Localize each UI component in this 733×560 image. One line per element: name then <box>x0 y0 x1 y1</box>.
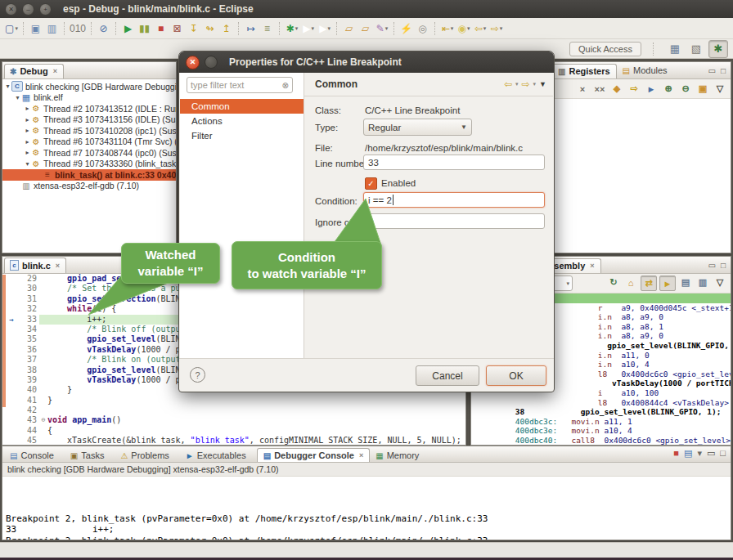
separator[interactable] <box>434 22 436 35</box>
dialog-section-item[interactable]: Filter <box>180 128 304 143</box>
new-icon[interactable]: ▢▾ <box>4 20 19 37</box>
maximize-icon[interactable]: □ <box>721 261 726 270</box>
fold-marker-icon[interactable] <box>39 345 47 355</box>
separator[interactable] <box>91 22 92 35</box>
separator[interactable] <box>115 22 117 35</box>
instruction-pointer-icon[interactable] <box>6 294 17 304</box>
type-combo[interactable]: Regular ▼ <box>363 119 472 136</box>
separator[interactable] <box>336 22 338 35</box>
follow-pc-icon[interactable]: ► <box>659 276 676 291</box>
window-close-button[interactable]: ✕ <box>5 3 17 16</box>
resume-icon[interactable]: ▶ <box>121 20 136 37</box>
window-maximize-button[interactable]: + <box>39 3 52 16</box>
tab-blink-c[interactable]: c blink.c × <box>4 258 66 273</box>
sync-icon[interactable]: ⇄ <box>641 276 657 291</box>
instruction-pointer-icon[interactable] <box>6 396 17 405</box>
dialog-section-item[interactable]: Actions <box>180 114 304 128</box>
fold-marker-icon[interactable] <box>39 355 47 365</box>
pencil-icon[interactable]: ✎▾ <box>375 20 389 37</box>
enabled-checkbox[interactable]: ✓ <box>365 177 377 190</box>
code-line[interactable]: 41 } <box>6 396 465 405</box>
fold-marker-icon[interactable] <box>39 396 47 405</box>
tab-close-icon[interactable]: × <box>590 262 594 270</box>
open-folder-icon[interactable]: ▱ <box>342 20 357 37</box>
open-project-icon[interactable]: ▱ <box>358 20 373 37</box>
instruction-pointer-icon[interactable] <box>6 345 17 355</box>
debug-tree-row[interactable]: ▸ ⚙ Thread #3 1073413156 (IDLE) (Suspend… <box>2 114 176 126</box>
instruction-pointer-icon[interactable] <box>6 426 17 436</box>
tree-expander-icon[interactable]: ▸ <box>24 116 31 123</box>
next-difference-icon[interactable]: ⇨ <box>627 82 641 96</box>
debug-tree-row[interactable]: ▾ ▦ blink.elf <box>2 92 176 104</box>
condition-input[interactable]: i == 2 <box>363 192 545 208</box>
pause-icon[interactable]: ▮▮ <box>137 20 152 37</box>
debug-tree-row[interactable]: ▾ C blink checking [GDB Hardware Debuggi… <box>2 81 176 92</box>
fold-marker-icon[interactable]: ⊖ <box>39 415 47 425</box>
separator[interactable] <box>23 22 25 35</box>
step-return-icon[interactable]: ↥ <box>219 20 234 37</box>
split-icon[interactable]: ▥ <box>695 276 710 289</box>
console-tab[interactable]: ▤ Console <box>4 449 65 462</box>
expand-icon[interactable]: ⊕ <box>661 82 676 96</box>
debug-tree-row[interactable]: ▸ ⚙ Thread #7 1073408744 (ipc0) (Suspend… <box>2 147 176 159</box>
combo-dropdown-icon[interactable]: ▾ <box>566 280 569 287</box>
collapse-icon[interactable]: ⊖ <box>678 82 693 96</box>
refresh-icon[interactable]: ↻ <box>606 276 621 289</box>
terminate-icon[interactable]: ■ <box>673 448 679 459</box>
debug-icon[interactable]: ✱▾ <box>285 20 299 37</box>
dialog-section-item[interactable]: Common <box>180 99 304 114</box>
home-icon[interactable]: ⌂ <box>623 276 638 289</box>
skip-breakpoints-icon[interactable]: ⊘ <box>97 20 111 37</box>
tab-close-icon[interactable]: × <box>359 451 363 459</box>
pointer-icon[interactable]: ► <box>644 82 659 96</box>
open-perspective-icon[interactable]: ▦ <box>666 41 684 57</box>
binary-icon[interactable]: 010 <box>70 20 87 37</box>
console-tab[interactable]: ⚠ Problems <box>115 449 179 462</box>
ignore-count-input[interactable]: 0 <box>363 213 545 229</box>
tree-expander-icon[interactable]: ▾ <box>24 160 31 168</box>
tab-modules[interactable]: ▤ Modules <box>617 63 674 78</box>
tree-expander-icon[interactable]: ▸ <box>24 138 31 146</box>
debug-perspective-icon[interactable]: ✱ <box>708 40 728 58</box>
stop-icon[interactable]: ■ <box>154 20 169 37</box>
instruction-pointer-icon[interactable] <box>6 334 17 344</box>
tree-expander-icon[interactable]: ▸ <box>24 105 31 112</box>
instruction-pointer-icon[interactable] <box>6 355 17 365</box>
tree-expander-icon[interactable]: ▾ <box>4 83 11 90</box>
run-icon[interactable]: ▶▾ <box>301 20 316 37</box>
fold-marker-icon[interactable] <box>39 325 47 334</box>
dialog-maximize-button[interactable] <box>205 56 218 69</box>
view-menu-icon[interactable]: ▽ <box>713 82 727 96</box>
fold-marker-icon[interactable] <box>39 426 47 436</box>
dialog-close-button[interactable]: ✕ <box>186 56 200 69</box>
code-line[interactable]: 42 <box>6 405 465 415</box>
step-into-icon[interactable]: ↧ <box>187 20 201 37</box>
line-number-input[interactable]: 33 <box>363 155 545 170</box>
separator[interactable] <box>279 22 281 35</box>
instruction-pointer-icon[interactable] <box>6 415 17 425</box>
help-button[interactable]: ? <box>190 367 205 383</box>
separator[interactable] <box>64 22 65 35</box>
tree-expander-icon[interactable]: ▸ <box>24 127 31 134</box>
instruction-pointer-icon[interactable] <box>6 385 17 395</box>
instruction-pointer-icon[interactable] <box>6 375 17 385</box>
debug-tree-row[interactable]: ▾ ⚙ Thread #9 1073433360 (blink_task : S… <box>2 159 176 170</box>
trace-icon[interactable]: ◎ <box>416 20 430 37</box>
save-all-icon[interactable]: ▥ <box>45 20 60 37</box>
minimize-icon[interactable]: ▭ <box>707 448 715 459</box>
debug-tree-row[interactable]: ▸ ⚙ Thread #2 1073413512 (IDLE : Running… <box>2 103 176 114</box>
console-dropdown-icon[interactable]: ▾ <box>697 448 702 459</box>
restore-icon[interactable]: ▣ <box>695 82 710 96</box>
cancel-button[interactable]: Cancel <box>416 365 479 386</box>
back-icon[interactable]: ⇦ <box>504 78 512 90</box>
minimize-icon[interactable]: ▭ <box>708 261 716 270</box>
tab-close-icon[interactable]: × <box>56 262 60 270</box>
debug-tree-row[interactable]: ▸ ⚙ Thread #6 1073431104 (Tmr Svc) (Susp… <box>2 137 176 148</box>
instruction-stepping-icon[interactable]: ≡ <box>260 20 275 37</box>
tab-registers[interactable]: ▥ Registers <box>552 64 617 78</box>
forward-icon[interactable]: ⇨ <box>522 78 530 90</box>
quick-access-button[interactable]: Quick Access <box>569 42 641 56</box>
minimize-icon[interactable]: ▭ <box>708 66 716 75</box>
debug-tree-row[interactable]: ▥ xtensa-esp32-elf-gdb (7.10) <box>2 181 176 192</box>
instruction-pointer-icon[interactable] <box>6 284 17 293</box>
